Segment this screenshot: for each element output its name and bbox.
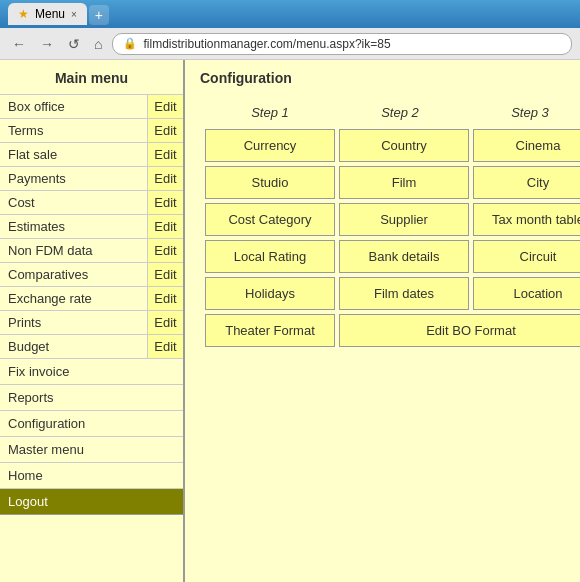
edit-payments[interactable]: Edit [147, 167, 183, 190]
menu-item-cost[interactable]: Cost Edit [0, 191, 183, 215]
menu-label-payments: Payments [0, 167, 147, 190]
menu-label-non-fdm-data: Non FDM data [0, 239, 147, 262]
edit-exchange-rate[interactable]: Edit [147, 287, 183, 310]
tab-title: Menu [35, 7, 65, 21]
sidebar: Main menu Box office Edit Terms Edit Fla… [0, 60, 185, 582]
steps-header: Step 1 Step 2 Step 3 [205, 101, 580, 124]
local-rating-button[interactable]: Local Rating [205, 240, 335, 273]
menu-item-flat-sale[interactable]: Flat sale Edit [0, 143, 183, 167]
menu-item-terms[interactable]: Terms Edit [0, 119, 183, 143]
menu-item-home[interactable]: Home [0, 463, 183, 489]
edit-budget[interactable]: Edit [147, 335, 183, 358]
edit-non-fdm-data[interactable]: Edit [147, 239, 183, 262]
menu-item-comparatives[interactable]: Comparatives Edit [0, 263, 183, 287]
circuit-button[interactable]: Circuit [473, 240, 580, 273]
address-bar[interactable]: 🔒 filmdistributionmanager.com/menu.aspx?… [112, 33, 572, 55]
cost-category-button[interactable]: Cost Category [205, 203, 335, 236]
browser-content: Main menu Box office Edit Terms Edit Fla… [0, 60, 580, 582]
config-section: Step 1 Step 2 Step 3 Currency Country Ci… [200, 101, 580, 347]
studio-button[interactable]: Studio [205, 166, 335, 199]
supplier-button[interactable]: Supplier [339, 203, 469, 236]
menu-item-fix-invoice[interactable]: Fix invoice [0, 359, 183, 385]
menu-label-exchange-rate: Exchange rate [0, 287, 147, 310]
main-content: Configuration Step 1 Step 2 Step 3 Curre… [185, 60, 580, 582]
menu-item-payments[interactable]: Payments Edit [0, 167, 183, 191]
currency-button[interactable]: Currency [205, 129, 335, 162]
close-tab-button[interactable]: × [71, 9, 77, 20]
menu-item-reports[interactable]: Reports [0, 385, 183, 411]
menu-label-budget: Budget [0, 335, 147, 358]
refresh-button[interactable]: ↺ [64, 34, 84, 54]
edit-terms[interactable]: Edit [147, 119, 183, 142]
menu-label-comparatives: Comparatives [0, 263, 147, 286]
film-dates-button[interactable]: Film dates [339, 277, 469, 310]
page-title: Configuration [200, 70, 580, 86]
menu-item-box-office[interactable]: Box office Edit [0, 95, 183, 119]
edit-bo-format-button[interactable]: Edit BO Format [339, 314, 580, 347]
tax-month-table-button[interactable]: Tax month table [473, 203, 580, 236]
lock-icon: 🔒 [123, 37, 137, 50]
menu-label-terms: Terms [0, 119, 147, 142]
menu-label-cost: Cost [0, 191, 147, 214]
holidays-button[interactable]: Holidays [205, 277, 335, 310]
bank-details-button[interactable]: Bank details [339, 240, 469, 273]
tab-bar: ★ Menu × + [8, 3, 109, 25]
menu-item-master-menu[interactable]: Master menu [0, 437, 183, 463]
edit-box-office[interactable]: Edit [147, 95, 183, 118]
location-button[interactable]: Location [473, 277, 580, 310]
forward-button[interactable]: → [36, 34, 58, 54]
film-button[interactable]: Film [339, 166, 469, 199]
title-bar: ★ Menu × + [0, 0, 580, 28]
menu-item-estimates[interactable]: Estimates Edit [0, 215, 183, 239]
menu-label-prints: Prints [0, 311, 147, 334]
menu-item-exchange-rate[interactable]: Exchange rate Edit [0, 287, 183, 311]
theater-format-button[interactable]: Theater Format [205, 314, 335, 347]
edit-flat-sale[interactable]: Edit [147, 143, 183, 166]
back-button[interactable]: ← [8, 34, 30, 54]
edit-cost[interactable]: Edit [147, 191, 183, 214]
menu-item-configuration[interactable]: Configuration [0, 411, 183, 437]
menu-label-estimates: Estimates [0, 215, 147, 238]
new-tab-button[interactable]: + [89, 5, 109, 25]
cinema-button[interactable]: Cinema [473, 129, 580, 162]
edit-estimates[interactable]: Edit [147, 215, 183, 238]
country-button[interactable]: Country [339, 129, 469, 162]
city-button[interactable]: City [473, 166, 580, 199]
active-tab[interactable]: ★ Menu × [8, 3, 87, 25]
config-grid: Currency Country Cinema Studio Film City… [205, 129, 580, 347]
step3-label: Step 3 [465, 101, 580, 124]
tab-favicon: ★ [18, 7, 29, 21]
edit-comparatives[interactable]: Edit [147, 263, 183, 286]
sidebar-header: Main menu [0, 60, 183, 95]
step2-label: Step 2 [335, 101, 465, 124]
menu-label-box-office: Box office [0, 95, 147, 118]
menu-label-flat-sale: Flat sale [0, 143, 147, 166]
step1-label: Step 1 [205, 101, 335, 124]
url-text: filmdistributionmanager.com/menu.aspx?ik… [143, 37, 390, 51]
nav-bar: ← → ↺ ⌂ 🔒 filmdistributionmanager.com/me… [0, 28, 580, 60]
menu-item-non-fdm-data[interactable]: Non FDM data Edit [0, 239, 183, 263]
menu-item-logout[interactable]: Logout [0, 489, 183, 515]
menu-item-budget[interactable]: Budget Edit [0, 335, 183, 359]
menu-item-prints[interactable]: Prints Edit [0, 311, 183, 335]
home-button[interactable]: ⌂ [90, 34, 106, 54]
edit-prints[interactable]: Edit [147, 311, 183, 334]
